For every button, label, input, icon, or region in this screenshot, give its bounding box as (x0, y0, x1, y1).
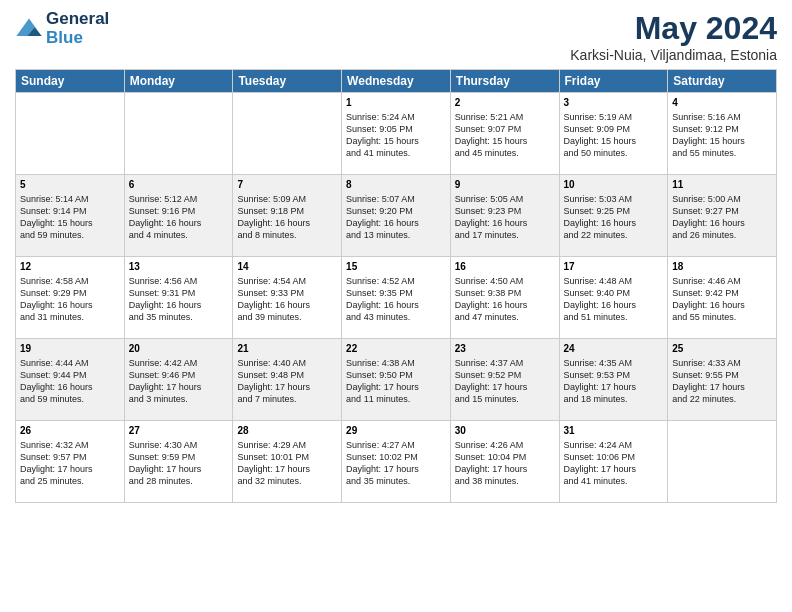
cell-info-line: Daylight: 17 hours (237, 463, 337, 475)
cell-info-line: Daylight: 16 hours (346, 299, 446, 311)
cell-info-line: Sunrise: 5:16 AM (672, 111, 772, 123)
day-number: 24 (564, 342, 664, 356)
cell-info-line: Daylight: 16 hours (564, 299, 664, 311)
cell-info-line: Daylight: 17 hours (455, 463, 555, 475)
cell-info-line: Daylight: 16 hours (564, 217, 664, 229)
cell-info-line: Sunset: 9:05 PM (346, 123, 446, 135)
calendar-cell: 15Sunrise: 4:52 AMSunset: 9:35 PMDayligh… (342, 257, 451, 339)
cell-info-line: Sunset: 9:33 PM (237, 287, 337, 299)
cell-info-line: Sunrise: 4:48 AM (564, 275, 664, 287)
cell-info-line: Daylight: 16 hours (129, 299, 229, 311)
cell-info-line: Daylight: 16 hours (20, 299, 120, 311)
cell-info-line: Daylight: 16 hours (455, 299, 555, 311)
cell-info-line: Sunset: 9:20 PM (346, 205, 446, 217)
day-number: 21 (237, 342, 337, 356)
cell-info-line: and 7 minutes. (237, 393, 337, 405)
calendar-cell: 27Sunrise: 4:30 AMSunset: 9:59 PMDayligh… (124, 421, 233, 503)
day-number: 3 (564, 96, 664, 110)
cell-info-line: Sunrise: 4:26 AM (455, 439, 555, 451)
logo-text-line1: General (46, 10, 109, 29)
cell-info-line: Sunrise: 5:24 AM (346, 111, 446, 123)
header: General Blue May 2024 Karksi-Nuia, Vilja… (15, 10, 777, 63)
cell-info-line: Sunset: 9:46 PM (129, 369, 229, 381)
calendar-week-row: 26Sunrise: 4:32 AMSunset: 9:57 PMDayligh… (16, 421, 777, 503)
cell-info-line: Sunrise: 5:00 AM (672, 193, 772, 205)
day-number: 11 (672, 178, 772, 192)
cell-info-line: and 55 minutes. (672, 147, 772, 159)
cell-info-line: Daylight: 15 hours (20, 217, 120, 229)
day-number: 23 (455, 342, 555, 356)
cell-info-line: and 22 minutes. (672, 393, 772, 405)
calendar-cell: 21Sunrise: 4:40 AMSunset: 9:48 PMDayligh… (233, 339, 342, 421)
calendar-week-row: 5Sunrise: 5:14 AMSunset: 9:14 PMDaylight… (16, 175, 777, 257)
day-number: 12 (20, 260, 120, 274)
cell-info-line: Sunset: 9:55 PM (672, 369, 772, 381)
cell-info-line: Sunrise: 4:29 AM (237, 439, 337, 451)
cell-info-line: Sunrise: 4:37 AM (455, 357, 555, 369)
cell-info-line: and 32 minutes. (237, 475, 337, 487)
cell-info-line: and 59 minutes. (20, 393, 120, 405)
cell-info-line: Daylight: 16 hours (129, 217, 229, 229)
cell-info-line: Sunrise: 4:33 AM (672, 357, 772, 369)
day-number: 18 (672, 260, 772, 274)
cell-info-line: Sunrise: 4:24 AM (564, 439, 664, 451)
cell-info-line: Sunrise: 4:32 AM (20, 439, 120, 451)
cell-info-line: Sunrise: 4:58 AM (20, 275, 120, 287)
weekday-header: Tuesday (233, 70, 342, 93)
calendar-cell: 9Sunrise: 5:05 AMSunset: 9:23 PMDaylight… (450, 175, 559, 257)
cell-info-line: Sunset: 9:16 PM (129, 205, 229, 217)
cell-info-line: and 4 minutes. (129, 229, 229, 241)
cell-info-line: Sunset: 9:12 PM (672, 123, 772, 135)
day-number: 20 (129, 342, 229, 356)
cell-info-line: Sunset: 9:09 PM (564, 123, 664, 135)
calendar-cell: 28Sunrise: 4:29 AMSunset: 10:01 PMDaylig… (233, 421, 342, 503)
cell-info-line: Sunrise: 4:56 AM (129, 275, 229, 287)
location-subtitle: Karksi-Nuia, Viljandimaa, Estonia (570, 47, 777, 63)
day-number: 31 (564, 424, 664, 438)
weekday-header: Thursday (450, 70, 559, 93)
cell-info-line: Sunset: 9:35 PM (346, 287, 446, 299)
calendar-cell: 20Sunrise: 4:42 AMSunset: 9:46 PMDayligh… (124, 339, 233, 421)
cell-info-line: Sunset: 9:40 PM (564, 287, 664, 299)
cell-info-line: and 3 minutes. (129, 393, 229, 405)
calendar-cell: 11Sunrise: 5:00 AMSunset: 9:27 PMDayligh… (668, 175, 777, 257)
cell-info-line: Sunset: 9:48 PM (237, 369, 337, 381)
cell-info-line: Sunrise: 5:12 AM (129, 193, 229, 205)
cell-info-line: Daylight: 16 hours (20, 381, 120, 393)
day-number: 2 (455, 96, 555, 110)
cell-info-line: Sunrise: 5:05 AM (455, 193, 555, 205)
weekday-header: Wednesday (342, 70, 451, 93)
cell-info-line: Sunrise: 5:03 AM (564, 193, 664, 205)
calendar-cell: 29Sunrise: 4:27 AMSunset: 10:02 PMDaylig… (342, 421, 451, 503)
day-number: 10 (564, 178, 664, 192)
calendar-cell (124, 93, 233, 175)
cell-info-line: Sunrise: 5:09 AM (237, 193, 337, 205)
cell-info-line: Sunset: 9:42 PM (672, 287, 772, 299)
cell-info-line: Sunrise: 4:27 AM (346, 439, 446, 451)
calendar-cell: 4Sunrise: 5:16 AMSunset: 9:12 PMDaylight… (668, 93, 777, 175)
cell-info-line: Daylight: 17 hours (20, 463, 120, 475)
calendar-cell: 26Sunrise: 4:32 AMSunset: 9:57 PMDayligh… (16, 421, 125, 503)
calendar-week-row: 1Sunrise: 5:24 AMSunset: 9:05 PMDaylight… (16, 93, 777, 175)
day-number: 6 (129, 178, 229, 192)
cell-info-line: and 26 minutes. (672, 229, 772, 241)
cell-info-line: Daylight: 15 hours (564, 135, 664, 147)
day-number: 25 (672, 342, 772, 356)
calendar-cell: 16Sunrise: 4:50 AMSunset: 9:38 PMDayligh… (450, 257, 559, 339)
cell-info-line: and 15 minutes. (455, 393, 555, 405)
cell-info-line: Daylight: 17 hours (455, 381, 555, 393)
cell-info-line: Daylight: 15 hours (455, 135, 555, 147)
cell-info-line: Sunrise: 4:35 AM (564, 357, 664, 369)
cell-info-line: and 13 minutes. (346, 229, 446, 241)
cell-info-line: and 31 minutes. (20, 311, 120, 323)
cell-info-line: Sunset: 9:57 PM (20, 451, 120, 463)
cell-info-line: and 35 minutes. (129, 311, 229, 323)
calendar-page: General Blue May 2024 Karksi-Nuia, Vilja… (0, 0, 792, 612)
cell-info-line: Sunrise: 4:50 AM (455, 275, 555, 287)
cell-info-line: and 38 minutes. (455, 475, 555, 487)
cell-info-line: Sunset: 9:14 PM (20, 205, 120, 217)
cell-info-line: Sunset: 9:50 PM (346, 369, 446, 381)
cell-info-line: and 22 minutes. (564, 229, 664, 241)
day-number: 15 (346, 260, 446, 274)
weekday-header: Monday (124, 70, 233, 93)
